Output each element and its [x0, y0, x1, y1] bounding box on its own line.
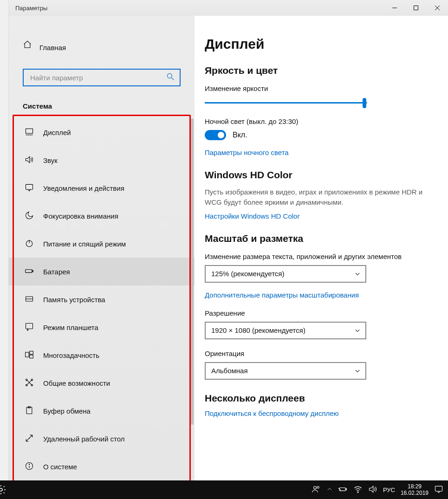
svg-rect-9: [26, 184, 33, 189]
svg-marker-42: [369, 486, 373, 492]
scale-label: Изменение размера текста, приложений и д…: [205, 253, 438, 260]
nav-list: ДисплейЗвукУведомления и действияФокусир…: [9, 118, 195, 480]
nightlight-settings-link[interactable]: Параметры ночного света: [205, 149, 438, 156]
nightlight-label: Ночной свет (выкл. до 23:30): [205, 117, 438, 125]
svg-rect-16: [26, 323, 33, 329]
taskbar: РУС 18:29 16.02.2019: [0, 480, 448, 499]
close-button[interactable]: [427, 0, 448, 16]
action-center-icon[interactable]: [434, 485, 443, 495]
svg-rect-12: [26, 269, 32, 272]
svg-point-4: [167, 73, 172, 78]
system-tray: РУС 18:29 16.02.2019: [312, 483, 443, 497]
volume-icon[interactable]: [368, 485, 377, 495]
tray-expand-icon[interactable]: [326, 486, 333, 494]
sidebar-item-storage[interactable]: Память устройства: [9, 285, 195, 313]
display-icon: [24, 127, 35, 138]
storage-icon: [24, 294, 35, 305]
sidebar-item-tablet[interactable]: Режим планшета: [9, 313, 195, 341]
remote-icon: [24, 434, 35, 444]
sidebar-item-battery[interactable]: Батарея: [9, 258, 195, 285]
svg-rect-43: [435, 486, 442, 491]
sidebar-item-shared[interactable]: Общие возможности: [9, 369, 195, 397]
sidebar-item-multitask[interactable]: Многозадачность: [9, 341, 195, 369]
sidebar-item-label: Удаленный рабочий стол: [43, 435, 124, 443]
minimize-button[interactable]: [384, 0, 405, 16]
nightlight-toggle[interactable]: [205, 130, 226, 140]
svg-rect-39: [346, 488, 347, 490]
battery-icon: [24, 266, 35, 277]
scale-heading: Масштаб и разметка: [205, 233, 438, 244]
sidebar-item-label: Дисплей: [43, 129, 71, 136]
brightness-slider[interactable]: [205, 97, 367, 109]
sidebar-item-label: Режим планшета: [43, 324, 98, 331]
page-title: Дисплей: [205, 36, 438, 52]
home-button[interactable]: Главная: [9, 36, 195, 55]
svg-rect-13: [32, 270, 33, 272]
svg-line-31: [28, 435, 32, 439]
search-field[interactable]: [30, 74, 166, 82]
home-label: Главная: [39, 44, 66, 52]
sidebar-item-about[interactable]: О системе: [9, 453, 195, 480]
settings-gear-icon[interactable]: [0, 480, 8, 499]
tablet-icon: [24, 322, 35, 333]
toggle-state: Вкл.: [233, 131, 247, 139]
sidebar-item-clipboard[interactable]: Буфер обмена: [9, 397, 195, 425]
sidebar-item-label: Общие возможности: [43, 379, 110, 387]
orientation-label: Ориентация: [205, 350, 438, 357]
sidebar-item-focus[interactable]: Фокусировка внимания: [9, 202, 195, 230]
sidebar-item-label: Буфер обмена: [43, 407, 91, 415]
scale-value: 125% (рекомендуется): [211, 270, 284, 278]
svg-point-36: [313, 486, 316, 489]
svg-rect-20: [30, 351, 33, 354]
sidebar-item-label: Батарея: [43, 268, 70, 276]
clock-date: 16.02.2019: [401, 490, 429, 496]
sidebar-item-label: Уведомления и действия: [43, 184, 124, 192]
scale-advanced-link[interactable]: Дополнительные параметры масштабирования: [205, 291, 438, 299]
hdcolor-link[interactable]: Настройки Windows HD Color: [205, 212, 438, 220]
resolution-value: 1920 × 1080 (рекомендуется): [211, 326, 305, 334]
sidebar-scrollbar[interactable]: [191, 118, 194, 425]
sidebar-item-label: О системе: [43, 463, 77, 471]
power-icon: [24, 239, 35, 249]
chevron-down-icon: [354, 327, 361, 334]
svg-rect-21: [30, 355, 33, 358]
chevron-down-icon: [354, 271, 361, 277]
about-icon: [24, 461, 35, 472]
search-icon: [166, 72, 175, 83]
sound-icon: [24, 155, 35, 166]
power-tray-icon[interactable]: [338, 485, 348, 495]
scale-dropdown[interactable]: 125% (рекомендуется): [205, 265, 366, 283]
sidebar-item-power[interactable]: Питание и спящий режим: [9, 230, 195, 258]
sidebar-item-sound[interactable]: Звук: [9, 146, 195, 174]
svg-point-37: [317, 486, 319, 488]
sidebar-item-display[interactable]: Дисплей: [9, 118, 195, 146]
maximize-button[interactable]: [405, 0, 427, 16]
sidebar-item-remote[interactable]: Удаленный рабочий стол: [9, 425, 195, 453]
wireless-display-link[interactable]: Подключиться к беспроводному дисплею: [205, 409, 438, 417]
svg-point-41: [357, 492, 358, 493]
resolution-label: Разрешение: [205, 309, 438, 317]
svg-point-34: [29, 464, 29, 464]
people-icon[interactable]: [312, 485, 321, 495]
sidebar-item-notifications[interactable]: Уведомления и действия: [9, 174, 195, 202]
search-input[interactable]: [23, 69, 181, 86]
sidebar-item-label: Многозадачность: [43, 351, 99, 359]
slider-thumb[interactable]: [363, 98, 366, 108]
svg-marker-8: [26, 156, 30, 162]
clipboard-icon: [24, 406, 35, 416]
orientation-dropdown[interactable]: Альбомная: [205, 362, 366, 380]
settings-window: Параметры Главная Система ДисплейЗвукУве…: [8, 0, 448, 480]
language-indicator[interactable]: РУС: [383, 486, 395, 493]
svg-rect-6: [26, 129, 33, 133]
resolution-dropdown[interactable]: 1920 × 1080 (рекомендуется): [205, 322, 366, 339]
clock[interactable]: 18:29 16.02.2019: [401, 483, 429, 497]
multidisp-heading: Несколько дисплеев: [205, 393, 438, 404]
content-pane: Дисплей Яркость и цвет Изменение яркости…: [195, 16, 448, 480]
hdcolor-desc: Пусть изображения в видео, играх и прило…: [205, 187, 438, 207]
sidebar-item-label: Фокусировка внимания: [43, 212, 118, 220]
clock-time: 18:29: [401, 483, 429, 490]
wifi-icon[interactable]: [353, 485, 363, 495]
svg-rect-1: [414, 6, 418, 10]
focus-icon: [24, 211, 35, 221]
svg-line-5: [172, 78, 174, 80]
